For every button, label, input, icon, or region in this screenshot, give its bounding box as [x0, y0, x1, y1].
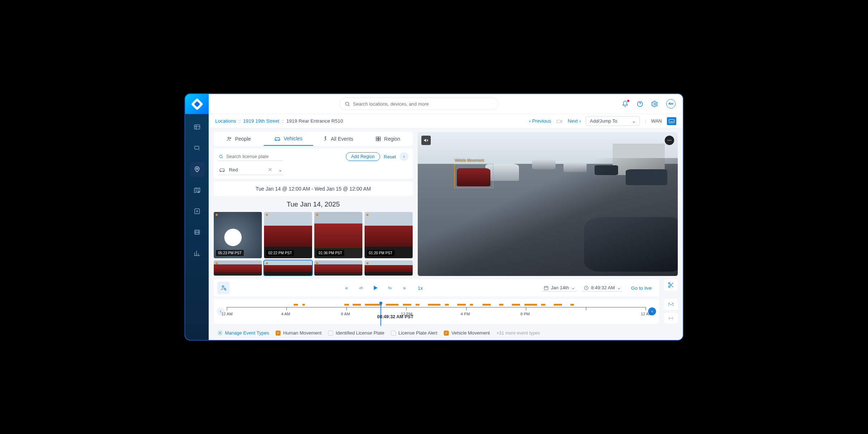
reset-filters-link[interactable]: Reset — [384, 154, 396, 159]
settings-button[interactable] — [651, 101, 658, 107]
tab-all-events[interactable]: All Events — [313, 132, 363, 146]
help-button[interactable] — [637, 101, 643, 107]
clear-color-filter[interactable]: ✕ — [268, 167, 272, 173]
license-plate-search[interactable] — [218, 152, 283, 161]
tab-vehicles[interactable]: Vehicles — [264, 132, 314, 146]
playback-speed[interactable]: 1x — [418, 285, 423, 291]
keyboard-icon — [669, 119, 675, 123]
sidebar — [185, 94, 209, 340]
chevron-down-icon: ⌄ — [632, 118, 636, 124]
event-thumbnail-selected[interactable] — [264, 260, 312, 276]
svg-rect-10 — [557, 120, 561, 123]
region-icon — [375, 136, 381, 142]
date-heading: Tue Jan 14, 2025 — [214, 200, 413, 208]
playback-controls: « ‹5 5› » 1x Jan 14th⌄ 8:49:32 AM⌄ Go to… — [214, 280, 659, 296]
event-thumbnail[interactable] — [214, 260, 262, 276]
brand-logo[interactable] — [185, 94, 209, 114]
zoom-out-timeline-button[interactable] — [664, 313, 678, 324]
clip-button[interactable] — [664, 280, 678, 290]
svg-point-9 — [654, 103, 656, 105]
event-thumbnail[interactable]: 02:22 PM PST — [264, 212, 312, 258]
global-search[interactable] — [339, 98, 498, 110]
sidebar-devices-icon[interactable] — [190, 141, 205, 156]
manage-event-types-button[interactable]: Manage Event Types — [217, 330, 269, 336]
video-panel[interactable]: Vehicle Movement — [418, 132, 678, 276]
expand-filters-button[interactable]: › — [400, 152, 408, 161]
svg-point-32 — [668, 286, 670, 288]
svg-point-24 — [668, 140, 668, 141]
timeline-cursor-label: 08:49:32 AM PST — [377, 314, 413, 319]
person-search-icon — [220, 285, 227, 291]
connection-label: WAN — [651, 118, 662, 124]
license-plate-input[interactable] — [226, 154, 282, 159]
svg-rect-4 — [195, 209, 199, 213]
skip-back-button[interactable]: « — [340, 282, 353, 294]
event-type-vehicle-movement[interactable]: ✓Vehicle Movement — [444, 330, 490, 336]
svg-point-16 — [325, 136, 326, 137]
zoom-in-icon — [668, 302, 674, 307]
go-to-live-button[interactable]: Go to live — [631, 285, 652, 291]
svg-rect-0 — [194, 125, 200, 129]
checkbox-icon — [391, 331, 396, 336]
tab-region[interactable]: Region — [363, 132, 413, 146]
timeline-events — [227, 303, 646, 306]
next-camera-button[interactable]: Next › — [568, 118, 581, 124]
notifications-button[interactable] — [622, 101, 629, 107]
filters-card: Add Region Reset › Red ✕ ⌄ — [214, 149, 413, 179]
event-thumbnail[interactable] — [314, 260, 362, 276]
event-thumbnail[interactable]: 05:23 PM PST — [214, 212, 262, 258]
zoom-out-icon — [668, 316, 674, 321]
previous-camera-button[interactable]: ‹ Previous — [529, 118, 551, 124]
event-type-plate-alert[interactable]: License Plate Alert — [391, 330, 438, 336]
sidebar-clips-icon[interactable] — [190, 225, 205, 240]
add-region-button[interactable]: Add Region — [346, 152, 380, 161]
svg-point-28 — [224, 288, 226, 290]
svg-rect-11 — [669, 119, 674, 123]
date-picker[interactable]: Jan 14th⌄ — [542, 284, 576, 292]
keyboard-shortcuts-button[interactable] — [667, 117, 676, 125]
svg-rect-17 — [376, 137, 378, 139]
date-range-display[interactable]: Tue Jan 14 @ 12:00 AM - Wed Jan 15 @ 12:… — [214, 182, 413, 196]
timeline[interactable]: ‹ › 12 AM 4 AM 8 AM 12 PM 4 PM — [214, 299, 659, 324]
event-types-bar: Manage Event Types ✓Human Movement Ident… — [214, 327, 678, 340]
clock-icon — [584, 285, 589, 290]
svg-rect-29 — [544, 286, 548, 289]
breadcrumb-root[interactable]: Locations — [215, 118, 236, 124]
sidebar-location-icon[interactable] — [190, 162, 205, 177]
sidebar-dashboard-icon[interactable] — [190, 120, 205, 135]
app-frame: RH Locations :: 1919 19th Street :: 1919… — [185, 94, 683, 340]
skip-forward-button[interactable]: » — [398, 282, 410, 294]
step-forward-button[interactable]: 5› — [384, 282, 396, 294]
mute-button[interactable] — [421, 136, 431, 145]
time-picker[interactable]: 8:49:32 AM⌄ — [582, 284, 622, 292]
chevron-down-icon: ⌄ — [278, 167, 282, 173]
step-back-button[interactable]: ‹5 — [355, 282, 367, 294]
jump-to-dropdown[interactable]: Add/Jump To⌄ — [586, 116, 640, 126]
event-thumbnail[interactable]: 01:20 PM PST — [365, 212, 413, 258]
event-type-human-movement[interactable]: ✓Human Movement — [276, 330, 322, 336]
svg-point-5 — [196, 210, 197, 212]
notification-dot — [627, 100, 629, 102]
global-search-input[interactable] — [353, 101, 493, 107]
event-type-identified-plate[interactable]: Identified License Plate — [328, 330, 384, 336]
zoom-in-timeline-button[interactable] — [664, 299, 678, 310]
sidebar-analytics-icon[interactable] — [190, 246, 205, 261]
sidebar-map-icon[interactable] — [190, 183, 205, 198]
breadcrumb-location[interactable]: 1919 19th Street — [243, 118, 279, 124]
play-button[interactable] — [369, 282, 382, 294]
event-thumbnail[interactable]: 01:36 PM PST — [314, 212, 362, 258]
user-avatar[interactable]: RH — [666, 99, 676, 109]
checkbox-checked-icon: ✓ — [444, 331, 449, 336]
search-motion-button[interactable] — [217, 282, 230, 294]
main: RH Locations :: 1919 19th Street :: 1919… — [209, 94, 683, 340]
event-thumbnail[interactable] — [365, 260, 413, 276]
svg-point-21 — [220, 155, 222, 157]
car-icon — [274, 136, 281, 141]
sidebar-focus-icon[interactable] — [190, 204, 205, 219]
tab-people[interactable]: People — [214, 132, 264, 146]
video-more-button[interactable] — [665, 136, 674, 145]
svg-point-27 — [222, 286, 224, 288]
color-filter[interactable]: Red ✕ ⌄ — [218, 165, 283, 175]
more-event-types-link[interactable]: +31 more event types — [496, 331, 540, 336]
play-icon — [372, 285, 379, 291]
